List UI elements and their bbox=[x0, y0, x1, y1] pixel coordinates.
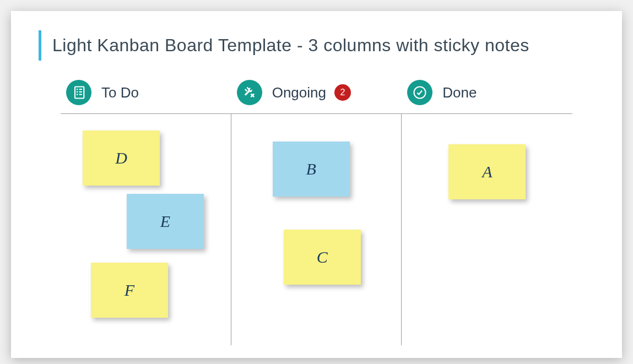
sticky-note[interactable]: D bbox=[83, 131, 160, 186]
sticky-note[interactable]: E bbox=[127, 194, 204, 249]
svg-rect-0 bbox=[77, 89, 78, 90]
note-label: D bbox=[115, 149, 127, 167]
note-label: A bbox=[482, 162, 492, 181]
column-header-ongoing: Ongoing 2 bbox=[231, 80, 402, 114]
checklist-icon bbox=[66, 80, 91, 105]
column-body-done[interactable]: A bbox=[402, 114, 572, 345]
column-body-ongoing[interactable]: B C bbox=[231, 114, 402, 345]
column-header-done: Done bbox=[402, 80, 572, 114]
check-circle-icon bbox=[407, 80, 432, 105]
column-title-done: Done bbox=[442, 84, 477, 101]
column-title-todo: To Do bbox=[101, 84, 139, 101]
column-header-todo: To Do bbox=[61, 80, 231, 114]
column-ongoing: Ongoing 2 B C bbox=[231, 80, 402, 345]
column-done: Done A bbox=[402, 80, 572, 345]
column-title-ongoing: Ongoing bbox=[272, 84, 326, 101]
sticky-note[interactable]: C bbox=[284, 230, 361, 285]
column-body-todo[interactable]: D E F bbox=[61, 114, 231, 345]
note-label: C bbox=[317, 248, 328, 267]
note-label: E bbox=[160, 212, 170, 231]
kanban-board: To Do D E F Ongoing 2 bbox=[61, 80, 572, 345]
title-bar: Light Kanban Board Template - 3 columns … bbox=[39, 30, 594, 61]
sticky-note[interactable]: A bbox=[448, 144, 526, 199]
note-label: F bbox=[125, 281, 134, 300]
title-accent bbox=[39, 30, 41, 61]
svg-rect-2 bbox=[77, 94, 78, 95]
kanban-slide: Light Kanban Board Template - 3 columns … bbox=[11, 11, 622, 358]
tools-icon bbox=[237, 80, 262, 105]
note-label: B bbox=[306, 160, 316, 178]
sticky-note[interactable]: F bbox=[91, 263, 168, 318]
svg-rect-1 bbox=[77, 91, 78, 93]
slide-title: Light Kanban Board Template - 3 columns … bbox=[52, 35, 529, 56]
sticky-note[interactable]: B bbox=[273, 142, 350, 197]
count-badge: 2 bbox=[334, 84, 351, 101]
column-todo: To Do D E F bbox=[61, 80, 231, 345]
